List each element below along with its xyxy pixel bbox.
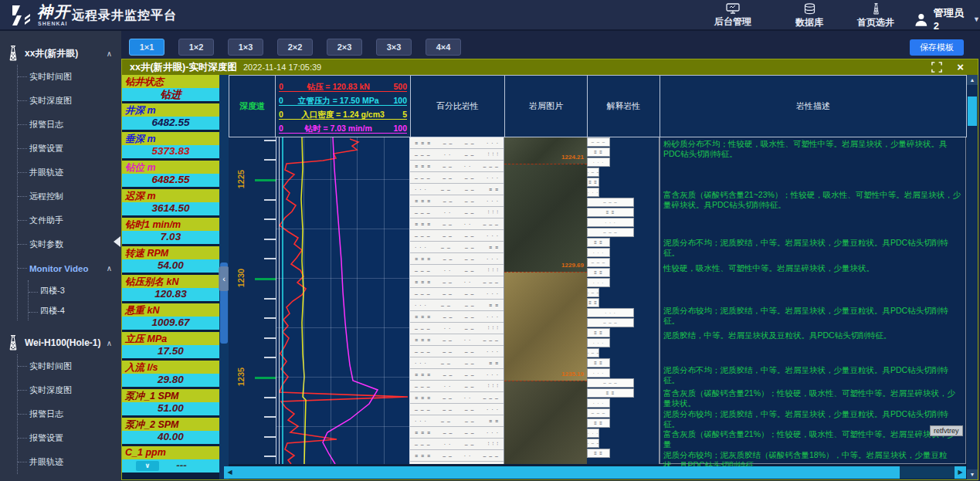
interpreted-lithology-cell: ≡ ≡ xyxy=(587,147,610,157)
logo-text-en: SHENKAI xyxy=(38,21,68,26)
interpreted-lithology-cell: – – – xyxy=(587,348,599,357)
lithology-description-text: 泥质分布不均；泥质胶结，中等。岩屑呈块状，少量豆粒状。具PDC钻头切削特征。 xyxy=(663,238,963,258)
percent-lithology-track: ≡ ≡ ≡– –– –· · ·– – –· ·– –∶ ∶ ∶≡ ≡ ≡– –… xyxy=(410,137,504,464)
sidebar-item[interactable]: 报警设置 xyxy=(18,137,121,161)
layout-button-3x3[interactable]: 3×3 xyxy=(376,39,412,56)
param-label: 钻井状态 xyxy=(122,75,219,88)
derrick-icon xyxy=(6,335,20,351)
menu-database[interactable]: 数据库 xyxy=(795,3,823,29)
cuttings-photo xyxy=(504,381,587,464)
lithology-description-text: 泥质分布较均；泥质胶结，中等。岩屑呈块状，少量豆粒状。具PDC钻头切削特征。 xyxy=(663,409,963,429)
param-value: 钻进 xyxy=(122,88,219,101)
param-label: 钻压别名 kN xyxy=(122,275,219,288)
lithology-percent-row: – – –· ·– –∶ ∶ ∶ xyxy=(410,265,504,276)
chevron-down-icon: ▼ xyxy=(973,15,980,23)
layout-button-2x3[interactable]: 2×3 xyxy=(327,39,362,56)
photo-depth-label: 1235.19 xyxy=(561,371,584,378)
param-label: 迟深 m xyxy=(122,189,219,202)
param-value: 3614.50 xyxy=(122,202,219,215)
panel-timestamp: 2022-11-14 17:05:39 xyxy=(243,63,321,72)
lithology-description-text: 泥质分布较均；泥质胶结，中等。岩屑呈块状，少量豆粒状。具PDC钻头切削特征。 xyxy=(663,306,963,326)
depth-minor-tick xyxy=(264,416,276,418)
curve-legend-立管压力: 0立管压力 = 17.50 MPa100 xyxy=(279,92,407,106)
cuttings-photo xyxy=(504,164,587,272)
sidebar-item-label: 文件助手 xyxy=(29,215,63,226)
panel-title: xx井(新井眼)-实时深度图 xyxy=(130,61,237,74)
param-value: 6482.55 xyxy=(122,117,219,130)
scroll-left-icon[interactable]: ◀ xyxy=(224,466,236,479)
chevron-up-icon[interactable]: ∧ xyxy=(107,264,112,273)
lithology-description-text: 粉砂质分布不均；性较硬，吸水性、可塑性中等。岩屑呈块状，少量碎块状。具PDC钻头… xyxy=(663,139,963,159)
lithology-percent-row: ≡ ≡ ≡– –· ·– – – xyxy=(410,450,504,462)
param-label: 钻时1 min/m xyxy=(122,218,219,231)
sidebar-item-label: 实时时间图 xyxy=(29,71,72,83)
layout-button-2x2[interactable]: 2×2 xyxy=(277,39,313,56)
column-header-lithology-description: 岩性描述 xyxy=(660,75,967,137)
horizontal-scroll-thumb[interactable] xyxy=(236,466,900,479)
save-template-button[interactable]: 保存模板 xyxy=(910,39,964,56)
fullscreen-icon[interactable] xyxy=(931,62,942,73)
scroll-up-icon[interactable]: ▲ xyxy=(967,75,978,85)
lithology-percent-row: – – –· ·– –∶ ∶ ∶ xyxy=(410,207,504,218)
sidebar-item[interactable]: 报警日志 xyxy=(18,113,121,137)
sidebar-item[interactable]: 远程控制 xyxy=(18,185,121,208)
lithology-percent-row: ≡ ≡ ≡– –– –· · · xyxy=(410,427,504,439)
sidebar-video-item[interactable]: 四楼-4 xyxy=(29,300,121,320)
interpreted-lithology-cell: · · · xyxy=(587,338,610,347)
sidebar-item[interactable]: 井眼轨迹 xyxy=(18,450,121,474)
layout-button-1x2[interactable]: 1×2 xyxy=(178,39,214,56)
chevron-up-icon[interactable]: ∧ xyxy=(107,339,112,347)
lithology-percent-row: ≡ ≡ ≡– –– –· · · xyxy=(410,311,504,323)
sidebar-item[interactable]: 井眼轨迹 xyxy=(18,161,121,185)
param-label: 泵冲_1 SPM xyxy=(122,389,219,402)
vertical-scrollbar[interactable]: ▲ ▼ xyxy=(967,75,978,479)
sidebar-well-tree: xx井(新井眼)∧实时时间图实时深度图报警日志报警设置井眼轨迹远程控制文件助手实… xyxy=(0,31,121,481)
sidebar-well-node[interactable]: Wei-H100(Hole-1)∧ xyxy=(0,331,121,354)
gridline xyxy=(357,137,358,464)
sidebar-item-label: 实时参数 xyxy=(29,239,63,250)
lithology-description-text: 泥质分布不均；泥质胶结，中等。岩屑呈块状，少量豆粒状。具PDC钻头切削特征。 xyxy=(663,365,963,385)
params-collapse-handle[interactable]: ‹ xyxy=(219,266,229,291)
lithology-percent-row: · · ·– –– –≡ ≡ xyxy=(410,357,504,369)
user-menu[interactable]: 管理员2 ▼ xyxy=(914,6,980,32)
param-label: 悬重 kN xyxy=(122,303,219,317)
vertical-scroll-thumb[interactable] xyxy=(968,97,977,126)
sidebar-item[interactable]: 实时深度图 xyxy=(18,89,121,113)
sidebar-item[interactable]: 报警日志 xyxy=(18,402,121,426)
sidebar-item[interactable]: 报警设置 xyxy=(18,426,121,450)
sidebar-item[interactable]: 实时时间图 xyxy=(18,65,121,89)
depth-major-tick xyxy=(255,278,276,280)
sidebar-item[interactable]: 实时深度图 xyxy=(18,378,121,402)
sidebar-item[interactable]: 实时参数 xyxy=(18,232,121,256)
layout-button-4x4[interactable]: 4×4 xyxy=(426,39,461,56)
scroll-down-icon[interactable]: ▼ xyxy=(967,469,978,479)
gridline xyxy=(384,137,385,464)
sidebar-item[interactable]: 文件助手 xyxy=(18,208,121,232)
param-dropdown-button[interactable]: ∨ xyxy=(136,461,159,471)
depth-minor-tick xyxy=(264,258,276,259)
sidebar-well-node[interactable]: xx井(新井眼)∧ xyxy=(0,42,121,65)
lithology-percent-row: · · ·– –– –≡ ≡ xyxy=(410,184,504,195)
interpreted-lithology-cell: ≡ ≡ xyxy=(587,268,610,277)
close-icon[interactable]: × xyxy=(957,59,964,75)
lithology-percent-row: ≡ ≡ ≡– –· ·– – – xyxy=(410,161,504,172)
sidebar-item-label: 报警日志 xyxy=(29,408,63,420)
sidebar-item-label: 四楼-3 xyxy=(40,285,65,296)
layout-button-1x3[interactable]: 1×3 xyxy=(228,39,263,56)
layout-button-1x1[interactable]: 1×1 xyxy=(129,39,164,56)
horizontal-scrollbar[interactable]: ◀ ▶ xyxy=(224,466,966,479)
scroll-right-icon[interactable]: ▶ xyxy=(955,466,966,479)
sidebar-collapse-handle[interactable] xyxy=(114,236,120,247)
menu-home-well-select[interactable]: 首页选井 xyxy=(857,3,894,29)
hover-tooltip: retfvtrey xyxy=(930,425,963,436)
chevron-up-icon[interactable]: ∧ xyxy=(107,49,112,58)
interpreted-lithology-cell: ≡ ≡ xyxy=(587,388,634,398)
app-header: 神开 SHENKAI 远程录井监控平台 后台管理 数据库 首页选井 管理员2 ▼ xyxy=(0,0,980,31)
sidebar-monitor-video-node[interactable]: Monitor Video∧ xyxy=(18,256,121,280)
depth-minor-tick xyxy=(264,159,276,161)
sidebar-video-item[interactable]: 四楼-3 xyxy=(29,280,121,300)
curve-track xyxy=(276,137,410,464)
sidebar-item[interactable]: 实时时间图 xyxy=(18,354,121,378)
menu-backend-admin[interactable]: 后台管理 xyxy=(714,3,751,29)
curve-legend-入口密度: 0入口密度 = 1.24 g/cm35 xyxy=(279,106,407,120)
